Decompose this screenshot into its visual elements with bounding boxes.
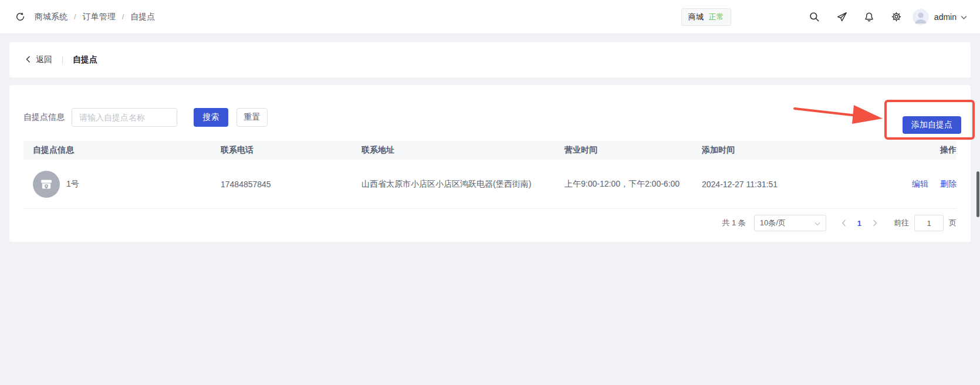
page-title: 自提点 (73, 55, 97, 65)
goto-page-input[interactable] (914, 215, 944, 231)
search-button[interactable]: 搜索 (194, 108, 228, 127)
page-unit-label: 页 (949, 218, 957, 228)
shop-badge-label: 商城 (688, 12, 704, 22)
column-header-info: 自提点信息 (23, 145, 211, 156)
filter-row: 自提点信息 搜索 重置 (23, 108, 268, 127)
bell-icon[interactable] (864, 12, 874, 22)
chevron-down-icon (961, 12, 967, 22)
user-menu[interactable]: admin (913, 9, 967, 25)
top-header-bar: 商城系统 / 订单管理 / 自提点 商城 正常 (0, 0, 980, 34)
pickup-name-input[interactable] (72, 108, 177, 127)
cell-actions: 编辑 删除 (845, 179, 957, 190)
column-header-address: 联系地址 (352, 145, 555, 156)
column-header-hours: 营业时间 (555, 145, 692, 156)
page-size-select[interactable]: 10条/页 (754, 215, 826, 231)
cell-phone: 17484857845 (211, 180, 352, 189)
topbar-left: 商城系统 / 订单管理 / 自提点 (15, 12, 155, 22)
back-bar: 返回 自提点 (9, 42, 971, 77)
cell-hours: 上午9:00-12:00，下午2:00-6:00 (555, 179, 692, 190)
page-size-value: 10条/页 (760, 218, 786, 228)
storefront-icon (33, 171, 60, 198)
column-header-phone: 联系电话 (211, 145, 352, 156)
back-button[interactable]: 返回 (26, 55, 52, 65)
goto-label: 前往 (894, 218, 909, 228)
shop-status-text: 正常 (709, 12, 724, 22)
paper-plane-icon[interactable] (836, 11, 847, 22)
add-pickup-point-button[interactable]: 添加自提点 (903, 116, 961, 134)
scrollbar-thumb[interactable] (976, 171, 979, 217)
pickup-name: 1号 (66, 179, 79, 190)
breadcrumb-separator: / (74, 12, 76, 21)
prev-page-button[interactable] (842, 219, 846, 227)
back-label: 返回 (36, 55, 52, 65)
search-icon[interactable] (809, 11, 820, 22)
content-card: 自提点信息 搜索 重置 添加自提点 自提点信息 联系电话 联系地址 营业时间 添… (9, 85, 971, 242)
column-header-actions: 操作 (845, 145, 957, 156)
avatar (913, 9, 929, 25)
shop-status-badge[interactable]: 商城 正常 (681, 8, 731, 26)
total-count: 共 1 条 (722, 218, 745, 228)
table-header: 自提点信息 联系电话 联系地址 营业时间 添加时间 操作 (23, 141, 957, 160)
column-header-added: 添加时间 (692, 145, 845, 156)
pickup-point-page: 商城系统 / 订单管理 / 自提点 商城 正常 (0, 0, 980, 385)
page-number-1[interactable]: 1 (857, 219, 861, 228)
reset-button[interactable]: 重置 (236, 108, 268, 127)
chevron-left-icon (26, 55, 31, 65)
breadcrumb-separator: / (122, 12, 124, 21)
breadcrumb-item-system[interactable]: 商城系统 (35, 12, 67, 22)
edit-link[interactable]: 编辑 (912, 179, 928, 188)
chevron-down-icon (815, 219, 820, 228)
gear-icon[interactable] (891, 11, 902, 22)
delete-link[interactable]: 删除 (940, 179, 957, 188)
username: admin (934, 12, 957, 22)
breadcrumb-item-pickup[interactable]: 自提点 (130, 12, 155, 22)
breadcrumb-item-orders[interactable]: 订单管理 (83, 12, 116, 22)
divider (62, 56, 63, 65)
topbar-right: 商城 正常 (681, 8, 967, 26)
breadcrumb: 商城系统 / 订单管理 / 自提点 (35, 12, 155, 22)
table-row: 1号 17484857845 山西省太原市小店区小店区鸿跃电器(堡西街南) 上午… (23, 160, 957, 209)
cell-pickup-info: 1号 (23, 171, 211, 198)
filter-label: 自提点信息 (23, 112, 65, 123)
refresh-icon[interactable] (15, 12, 25, 22)
cell-address: 山西省太原市小店区小店区鸿跃电器(堡西街南) (352, 179, 555, 190)
next-page-button[interactable] (873, 219, 877, 227)
pagination: 共 1 条 10条/页 1 前往 (722, 215, 957, 231)
cell-added-time: 2024-12-27 11:31:51 (692, 180, 845, 189)
